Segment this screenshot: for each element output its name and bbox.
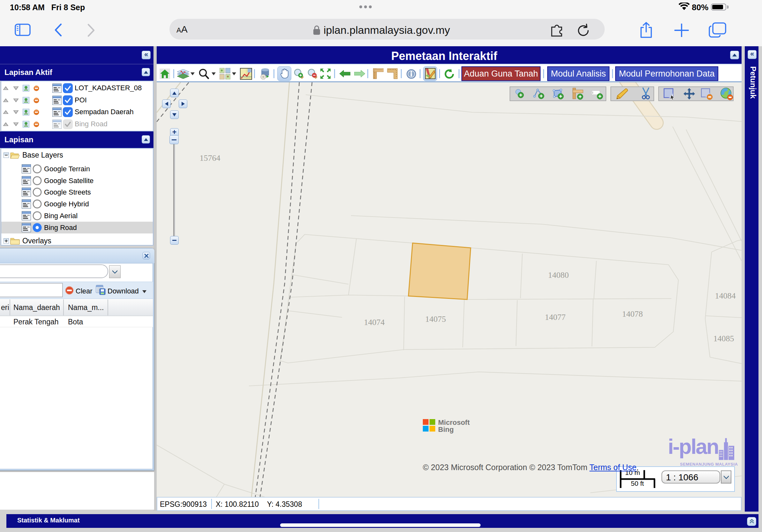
svg-text:15764: 15764 (200, 154, 220, 163)
svg-text:14078: 14078 (622, 309, 643, 319)
svg-text:14077: 14077 (545, 312, 566, 322)
svg-text:14075: 14075 (425, 314, 446, 324)
svg-text:14074: 14074 (364, 318, 385, 327)
svg-text:14080: 14080 (548, 270, 569, 280)
svg-text:14085: 14085 (714, 334, 734, 343)
svg-text:14084: 14084 (715, 291, 736, 300)
